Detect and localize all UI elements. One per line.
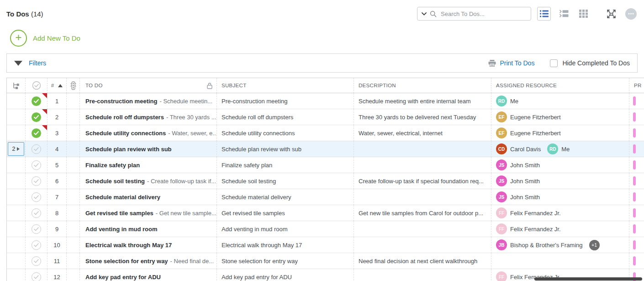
- complete-cell[interactable]: [26, 125, 48, 141]
- description-cell[interactable]: [354, 141, 491, 157]
- hide-completed-checkbox[interactable]: [550, 59, 558, 67]
- table-row[interactable]: 10 Electrical walk through May 17 Electr…: [7, 237, 644, 253]
- subject-cell[interactable]: Finalize safety plan: [217, 157, 354, 173]
- description-cell[interactable]: Get new tile samples from Carol for outd…: [354, 205, 491, 221]
- table-row[interactable]: 2 4 Schedule plan review with sub Schedu…: [7, 141, 644, 157]
- status-cell[interactable]: [67, 269, 80, 281]
- incomplete-check-icon[interactable]: [32, 144, 41, 154]
- incomplete-check-icon[interactable]: [32, 208, 41, 218]
- priority-cell[interactable]: [629, 205, 644, 221]
- todo-title[interactable]: Get revised tile samples: [85, 210, 153, 217]
- incomplete-check-icon[interactable]: [32, 272, 41, 281]
- table-row[interactable]: 6 Schedule soil testing - Create follow-…: [7, 173, 644, 189]
- priority-cell[interactable]: [629, 157, 644, 173]
- grid-view-button[interactable]: [576, 7, 590, 21]
- complete-cell[interactable]: [26, 205, 48, 221]
- print-todos-button[interactable]: Print To Dos: [488, 59, 534, 67]
- table-row[interactable]: 5 Finalize safety plan Finalize safety p…: [7, 157, 644, 173]
- complete-cell[interactable]: [26, 141, 48, 157]
- row-drag-handle[interactable]: 2: [8, 142, 24, 156]
- status-cell[interactable]: [67, 141, 80, 157]
- assigned-cell[interactable]: FFFelix Fernandez Jr.: [491, 221, 629, 237]
- todo-title[interactable]: Schedule material delivery: [85, 194, 160, 201]
- table-row[interactable]: 9 Add venting in mud room Add venting in…: [7, 221, 644, 237]
- incomplete-check-icon[interactable]: [32, 240, 41, 250]
- complete-cell[interactable]: [26, 189, 48, 205]
- incomplete-check-icon[interactable]: [32, 176, 41, 186]
- assigned-cell[interactable]: RDMe: [491, 93, 629, 109]
- table-row[interactable]: 3 Schedule utility connections - Water, …: [7, 125, 644, 141]
- complete-cell[interactable]: [26, 173, 48, 189]
- incomplete-check-icon[interactable]: [32, 224, 41, 234]
- filters-toggle[interactable]: Filters: [14, 59, 46, 67]
- subject-cell[interactable]: Schedule utility connections: [217, 125, 354, 141]
- subject-cell[interactable]: Electrical walk through May 17: [217, 237, 354, 253]
- search-box[interactable]: [417, 7, 531, 21]
- subject-cell[interactable]: Pre-construction meeting: [217, 93, 354, 109]
- priority-cell[interactable]: [629, 109, 644, 125]
- description-cell[interactable]: Need final decision at next client walkt…: [354, 253, 491, 269]
- table-row[interactable]: 1 Pre-construction meeting - Schedule me…: [7, 93, 644, 109]
- complete-cell[interactable]: [26, 237, 48, 253]
- todo-cell[interactable]: Add venting in mud room: [80, 221, 217, 237]
- table-row[interactable]: 2 Schedule roll off dumpsters - Three 30…: [7, 109, 644, 125]
- complete-cell[interactable]: [26, 157, 48, 173]
- column-header-status[interactable]: [67, 78, 80, 93]
- subject-cell[interactable]: Schedule soil testing: [217, 173, 354, 189]
- status-cell[interactable]: [67, 237, 80, 253]
- todo-cell[interactable]: Schedule utility connections - Water, se…: [80, 125, 217, 141]
- subject-cell[interactable]: Get revised tile samples: [217, 205, 354, 221]
- status-cell[interactable]: [67, 125, 80, 141]
- status-cell[interactable]: [67, 93, 80, 109]
- assigned-cell[interactable]: JBBishop & Brother's Framing+1: [491, 237, 629, 253]
- priority-cell[interactable]: [629, 253, 644, 269]
- todo-cell[interactable]: Schedule roll off dumpsters - Three 30 y…: [80, 109, 217, 125]
- todo-title[interactable]: Schedule roll off dumpsters: [85, 114, 164, 121]
- column-header-number[interactable]: #: [48, 78, 67, 93]
- complete-cell[interactable]: [26, 93, 48, 109]
- subject-cell[interactable]: Add venting in mud room: [217, 221, 354, 237]
- description-cell[interactable]: Create follow-up task if special foundat…: [354, 173, 491, 189]
- table-row[interactable]: 11 Stone selection for entry way - Need …: [7, 253, 644, 269]
- incomplete-check-icon[interactable]: [32, 160, 41, 170]
- horizontal-scrollbar-thumb[interactable]: [534, 277, 642, 281]
- completed-check-icon[interactable]: [32, 96, 41, 106]
- column-header-todo[interactable]: TO DO: [80, 78, 217, 93]
- grouped-view-button[interactable]: [557, 7, 570, 21]
- priority-cell[interactable]: [629, 189, 644, 205]
- assigned-cell[interactable]: CDCarol DavisRDMe: [491, 141, 629, 157]
- complete-cell[interactable]: [26, 253, 48, 269]
- description-cell[interactable]: Three 30 yards to be delivered next Tues…: [354, 109, 491, 125]
- todo-cell[interactable]: Schedule plan review with sub: [80, 141, 217, 157]
- status-cell[interactable]: [67, 157, 80, 173]
- todo-cell[interactable]: Pre-construction meeting - Schedule meet…: [80, 93, 217, 109]
- subject-cell[interactable]: Schedule plan review with sub: [217, 141, 354, 157]
- subject-cell[interactable]: Stone selection for entry way: [217, 253, 354, 269]
- assigned-cell[interactable]: [491, 253, 629, 269]
- priority-cell[interactable]: [629, 141, 644, 157]
- description-cell[interactable]: [354, 237, 491, 253]
- completed-check-icon[interactable]: [32, 112, 41, 122]
- todo-title[interactable]: Schedule soil testing: [85, 178, 145, 185]
- status-cell[interactable]: [67, 189, 80, 205]
- priority-cell[interactable]: [629, 221, 644, 237]
- todo-title[interactable]: Stone selection for entry way: [85, 258, 168, 265]
- status-cell[interactable]: [67, 173, 80, 189]
- subject-cell[interactable]: Add key pad entry for ADU: [217, 269, 354, 281]
- assigned-cell[interactable]: FFFelix Fernandez Jr.: [491, 205, 629, 221]
- todo-cell[interactable]: Electrical walk through May 17: [80, 237, 217, 253]
- complete-cell[interactable]: [26, 109, 48, 125]
- description-cell[interactable]: Water, sewer, electrical, internet: [354, 125, 491, 141]
- column-header-subject[interactable]: SUBJECT: [217, 78, 354, 93]
- subject-cell[interactable]: Schedule material delivery: [217, 189, 354, 205]
- todo-title[interactable]: Electrical walk through May 17: [85, 242, 172, 249]
- todo-title[interactable]: Add key pad entry for ADU: [85, 274, 161, 281]
- todo-cell[interactable]: Get revised tile samples - Get new tile …: [80, 205, 217, 221]
- description-cell[interactable]: [354, 269, 491, 281]
- todo-cell[interactable]: Add key pad entry for ADU: [80, 269, 217, 281]
- todo-title[interactable]: Schedule utility connections: [85, 130, 166, 137]
- todo-cell[interactable]: Schedule material delivery: [80, 189, 217, 205]
- more-assignees-badge[interactable]: +1: [589, 240, 600, 250]
- description-cell[interactable]: [354, 157, 491, 173]
- search-input[interactable]: [440, 10, 527, 18]
